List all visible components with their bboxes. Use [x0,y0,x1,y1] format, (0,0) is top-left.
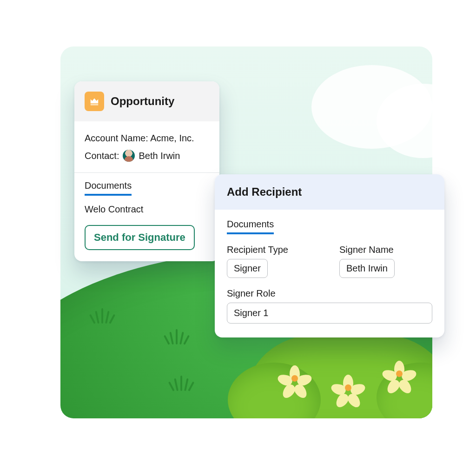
send-for-signature-button[interactable]: Send for Signature [85,225,195,250]
tab-documents[interactable]: Documents [227,219,274,234]
recipient-type-field: Recipient Type Signer [227,241,320,278]
avatar [123,150,135,162]
account-name-label: Account Name: [85,133,148,143]
opportunity-crown-icon [85,92,104,111]
recipient-type-input[interactable]: Signer [227,259,268,278]
signer-name-input[interactable]: Beth Irwin [339,259,395,278]
flower-decoration [336,376,360,400]
tab-documents[interactable]: Documents [85,180,132,196]
opportunity-body: Account Name: Acme, Inc. Contact: Beth I… [74,121,219,168]
flower-decoration [387,362,411,386]
grass-tuft [167,334,186,346]
recipient-type-label: Recipient Type [227,245,320,255]
opportunity-documents-section: Documents Welo Contract Send for Signatu… [74,173,219,261]
account-name-row: Account Name: Acme, Inc. [85,131,209,145]
opportunity-header: Opportunity [74,81,219,121]
account-name-value: Acme, Inc. [150,133,194,143]
signer-role-label: Signer Role [227,288,432,299]
grass-tuft [93,313,112,325]
contact-name[interactable]: Beth Irwin [139,148,180,163]
signer-name-field: Signer Name Beth Irwin [339,241,432,278]
flower-decoration [283,366,307,390]
add-recipient-body: Documents Recipient Type Signer Signer N… [215,210,444,337]
document-item[interactable]: Welo Contract [85,204,209,215]
add-recipient-card: Add Recipient Documents Recipient Type S… [215,174,444,337]
opportunity-title: Opportunity [111,95,174,108]
contact-label: Contact: [85,148,119,163]
grass-tuft [172,381,191,393]
opportunity-card: Opportunity Account Name: Acme, Inc. Con… [74,81,219,261]
signer-role-field: Signer Role Signer 1 [227,288,432,324]
add-recipient-title: Add Recipient [215,174,444,210]
cloud-decoration [293,51,432,144]
signer-name-label: Signer Name [339,245,432,255]
contact-row: Contact: Beth Irwin [85,148,209,163]
signer-role-input[interactable]: Signer 1 [227,303,432,324]
